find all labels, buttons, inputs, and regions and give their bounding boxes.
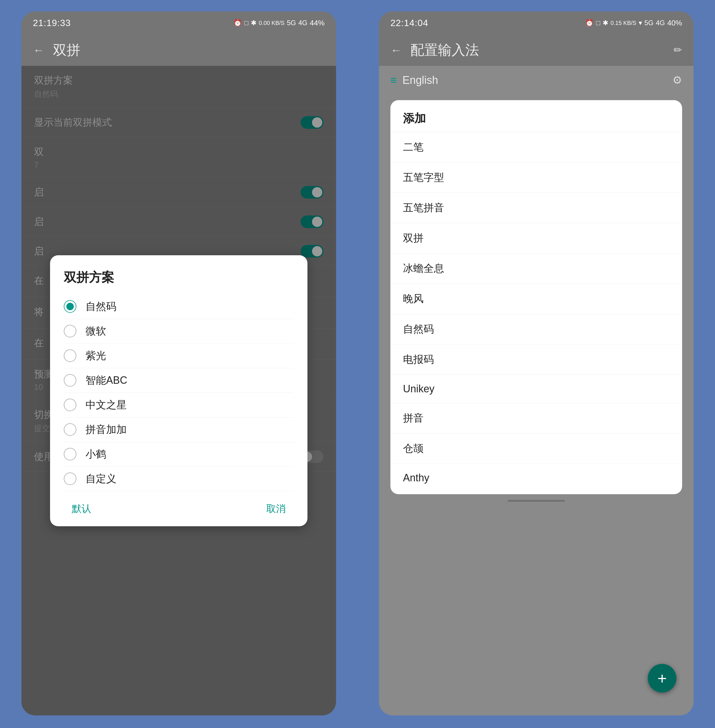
edit-icon[interactable]: ✏	[674, 44, 682, 56]
right-wifi-icon: ▾	[639, 19, 642, 27]
list-item-wubipinyin[interactable]: 五笔拼音	[391, 193, 682, 223]
radio-label-zhiabc: 智能ABC	[86, 373, 127, 387]
list-item-dianbao[interactable]: 电报码	[391, 344, 682, 375]
list-item-shuangpin[interactable]: 双拼	[391, 223, 682, 254]
hamburger-icon[interactable]: ≡	[391, 74, 397, 86]
dialog-actions: 默认 取消	[64, 491, 294, 526]
dialog-title: 双拼方案	[64, 269, 294, 286]
right-phone-screen: 22:14:04 ⏰ □ ✱ 0.15 KB/S ▾ 5G 4G 40% ← 配…	[379, 11, 694, 715]
list-item-canjie[interactable]: 仓颉	[391, 433, 682, 464]
right-data-speed-icon: 0.15 KB/S	[611, 20, 637, 26]
left-status-time: 21:19:33	[33, 18, 71, 28]
radio-item-microsoft[interactable]: 微软	[64, 319, 294, 344]
radio-microsoft[interactable]	[64, 325, 76, 337]
shuangpin-scheme-dialog: 双拼方案 自然码 微软 紫光 智能ABC	[50, 255, 308, 526]
radio-item-zigang[interactable]: 紫光	[64, 344, 294, 368]
radio-item-zhwen[interactable]: 中文之星	[64, 393, 294, 417]
right-battery-saver-icon: □	[596, 19, 600, 27]
bluetooth-icon: ✱	[251, 19, 256, 27]
radio-xiaohe[interactable]	[64, 448, 76, 461]
radio-item-ziran[interactable]: 自然码	[64, 295, 294, 319]
alarm-icon: ⏰	[233, 19, 242, 27]
right-phone-panel: 22:14:04 ⏰ □ ✱ 0.15 KB/S ▾ 5G 4G 40% ← 配…	[358, 0, 715, 728]
radio-item-xiaohe[interactable]: 小鹤	[64, 442, 294, 467]
dialog-cancel-button[interactable]: 取消	[261, 499, 291, 518]
add-fab-button[interactable]: +	[648, 664, 676, 693]
right-alarm-icon: ⏰	[585, 19, 594, 27]
radio-label-microsoft: 微软	[86, 324, 106, 338]
radio-pinyinjj[interactable]	[64, 423, 76, 436]
left-phone-panel: 21:19:33 ⏰ □ ✱ 0.00 KB/S 5G 4G 44% ← 双拼 …	[0, 0, 358, 728]
radio-item-zidingyi[interactable]: 自定义	[64, 467, 294, 491]
radio-label-ziran: 自然码	[86, 300, 116, 314]
right-status-time: 22:14:04	[391, 18, 428, 28]
radio-zhiabc[interactable]	[64, 374, 76, 387]
data-speed-icon: 0.00 KB/S	[259, 20, 285, 26]
right-bluetooth-icon: ✱	[603, 19, 608, 27]
radio-zigang[interactable]	[64, 349, 76, 362]
left-status-icons: ⏰ □ ✱ 0.00 KB/S 5G 4G 44%	[233, 19, 324, 27]
right-title-bar: ← 配置输入法 ✏	[379, 34, 694, 66]
lang-header: ≡ English ⚙	[379, 66, 694, 94]
list-item-erbi[interactable]: 二笔	[391, 132, 682, 163]
lang-label: English	[403, 74, 667, 86]
plus-icon: +	[658, 669, 667, 688]
radio-zhwen[interactable]	[64, 399, 76, 411]
left-phone-screen: 21:19:33 ⏰ □ ✱ 0.00 KB/S 5G 4G 44% ← 双拼 …	[21, 11, 336, 715]
right-page-title: 配置输入法	[410, 41, 479, 59]
list-item-unikey[interactable]: Unikey	[391, 375, 682, 403]
right-battery: 40%	[667, 19, 682, 27]
right-status-bar: 22:14:04 ⏰ □ ✱ 0.15 KB/S ▾ 5G 4G 40%	[379, 11, 694, 34]
battery-saver-icon: □	[244, 19, 249, 27]
left-status-bar: 21:19:33 ⏰ □ ✱ 0.00 KB/S 5G 4G 44%	[21, 11, 336, 34]
list-item-wanfeng[interactable]: 晚风	[391, 284, 682, 314]
settings-gear-icon[interactable]: ⚙	[673, 74, 682, 86]
network2-icon: 4G	[298, 19, 308, 27]
right-network2-icon: 4G	[656, 19, 665, 27]
radio-label-zigang: 紫光	[86, 349, 106, 363]
network-icon: 5G	[287, 19, 296, 27]
radio-label-xiaohe: 小鹤	[86, 447, 106, 461]
list-item-ziranma[interactable]: 自然码	[391, 314, 682, 344]
left-settings-content: 双拼方案 自然码 显示当前双拼模式 双 7 启 启 启	[21, 66, 336, 715]
right-network-icon: 5G	[644, 19, 653, 27]
radio-label-pinyinjj: 拼音加加	[86, 423, 127, 436]
list-item-bingchan[interactable]: 冰蟾全息	[391, 254, 682, 284]
dialog-default-button[interactable]: 默认	[66, 499, 97, 518]
radio-zidingyi[interactable]	[64, 473, 76, 485]
left-battery: 44%	[310, 19, 324, 27]
right-back-button[interactable]: ←	[391, 44, 402, 57]
left-page-title: 双拼	[53, 41, 80, 59]
right-status-icons: ⏰ □ ✱ 0.15 KB/S ▾ 5G 4G 40%	[585, 19, 682, 27]
list-item-pinyin[interactable]: 拼音	[391, 403, 682, 433]
radio-ziran[interactable]	[64, 300, 76, 313]
dialog-overlay: 双拼方案 自然码 微软 紫光 智能ABC	[21, 66, 336, 715]
scroll-indicator-right	[508, 500, 565, 501]
list-card-header: 添加	[391, 103, 682, 132]
list-item-wubizixing[interactable]: 五笔字型	[391, 163, 682, 193]
input-method-list-card: 添加 二笔 五笔字型 五笔拼音 双拼 冰蟾全息 晚风 自然码 电报码 Unike…	[391, 100, 682, 494]
left-title-bar: ← 双拼	[21, 34, 336, 66]
radio-item-pinyinjj[interactable]: 拼音加加	[64, 417, 294, 442]
radio-label-zhwen: 中文之星	[86, 398, 127, 412]
list-item-anthy[interactable]: Anthy	[391, 464, 682, 492]
radio-label-zidingyi: 自定义	[86, 472, 116, 486]
radio-item-zhiabc[interactable]: 智能ABC	[64, 368, 294, 393]
left-back-button[interactable]: ←	[33, 44, 44, 57]
